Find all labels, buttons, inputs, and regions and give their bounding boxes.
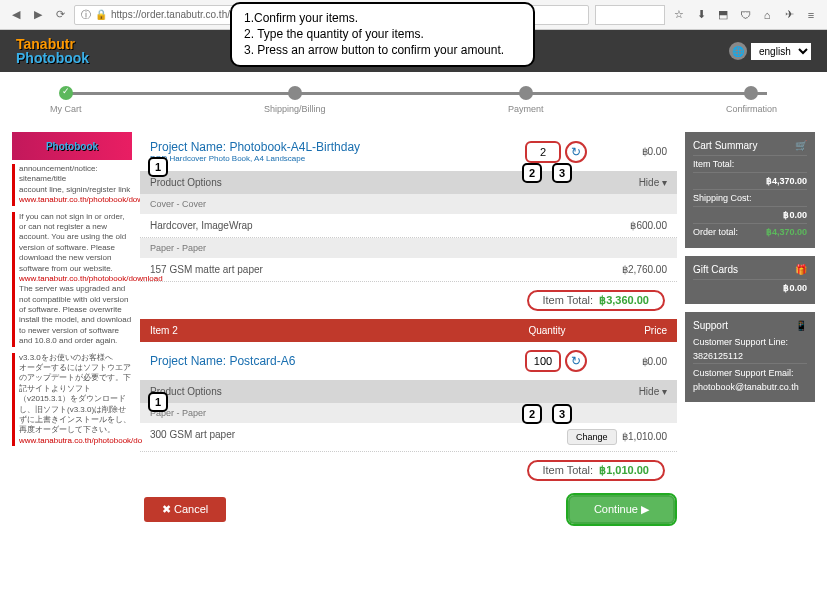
item-row-2: Project Name: Postcard-A6 ↻ ฿0.00	[140, 342, 677, 380]
step-cart-label: My Cart	[50, 104, 82, 114]
option-header: Cover - Cover	[140, 194, 677, 214]
item-header-2: Item 2 Quantity Price	[140, 319, 677, 342]
search-box[interactable]	[595, 5, 665, 25]
annotation-bubble-3: 3	[552, 163, 572, 183]
cart-summary-card: Cart Summary🛒 Item Total: ฿4,370.00 Ship…	[685, 132, 815, 248]
option-row: 300 GSM art paper Change ฿1,010.00	[140, 423, 677, 452]
annotation-bubble-2b: 2	[522, 404, 542, 424]
option-row: 157 GSM matte art paper฿2,760.00	[140, 258, 677, 282]
news-banner: Photobook	[12, 132, 132, 160]
language-dropdown[interactable]: english	[751, 43, 811, 60]
summary-sidebar: Cart Summary🛒 Item Total: ฿4,370.00 Ship…	[685, 132, 815, 522]
project-name: Postcard-A6	[229, 354, 295, 368]
refresh-qty-button-1[interactable]: ↻	[565, 141, 587, 163]
hide-toggle: Hide ▾	[639, 177, 667, 188]
quantity-input-1[interactable]	[525, 141, 561, 163]
hide-toggle: Hide ▾	[639, 386, 667, 397]
step-payment-dot	[519, 86, 533, 100]
news-item: announcement/notice: sitename/title acco…	[12, 164, 132, 206]
site-logo[interactable]: Tanabutr Photobook	[16, 37, 89, 65]
checkout-progress: My Cart Shipping/Billing Payment Confirm…	[30, 72, 797, 132]
news-item: v3.3.0をお使いのお客様へ オーダーするにはソフトウエアのアップデートが必要…	[12, 353, 132, 447]
instruction-callout: 1.Confirm your items. 2. Type the quanti…	[230, 2, 535, 67]
project-desc: POD Hardcover Photo Book, A4 Landscape	[150, 154, 525, 163]
support-card: Support📱 Customer Support Line: 38261251…	[685, 312, 815, 402]
back-button[interactable]: ◀	[8, 7, 24, 23]
gift-card-card: Gift Cards🎁 ฿0.00	[685, 256, 815, 304]
info-icon: ⓘ	[81, 8, 91, 22]
gift-icon: 🎁	[795, 264, 807, 275]
item-row-1: Project Name: Photobook-A4L-Birthday POD…	[140, 132, 677, 171]
menu-icon[interactable]: ≡	[803, 7, 819, 23]
item-total-2: Item Total: ฿1,010.00	[140, 452, 677, 489]
project-name: Photobook-A4L-Birthday	[229, 140, 360, 154]
star-icon[interactable]: ☆	[671, 7, 687, 23]
step-cart-dot	[59, 86, 73, 100]
action-buttons: ✖ Cancel Continue ▶	[140, 497, 677, 522]
continue-button[interactable]: Continue ▶	[570, 497, 673, 522]
item-price: ฿0.00	[587, 146, 667, 157]
quantity-input-2[interactable]	[525, 350, 561, 372]
step-shipping-dot	[288, 86, 302, 100]
phone-icon: 📱	[795, 320, 807, 331]
option-row: Hardcover, ImageWrap฿600.00	[140, 214, 677, 238]
annotation-bubble-1: 1	[148, 157, 168, 177]
item-price: ฿0.00	[587, 356, 667, 367]
change-option-button[interactable]: Change	[567, 429, 617, 445]
pocket-icon[interactable]: ⬒	[715, 7, 731, 23]
globe-icon: 🌐	[729, 42, 747, 60]
shield-icon[interactable]: 🛡	[737, 7, 753, 23]
option-header: Paper - Paper	[140, 403, 677, 423]
step-payment-label: Payment	[508, 104, 544, 114]
product-options-toggle[interactable]: Product Options Hide ▾	[140, 171, 677, 194]
cart-main: Project Name: Photobook-A4L-Birthday POD…	[140, 132, 677, 522]
forward-button[interactable]: ▶	[30, 7, 46, 23]
refresh-qty-button-2[interactable]: ↻	[565, 350, 587, 372]
annotation-bubble-1b: 1	[148, 392, 168, 412]
step-confirm-dot	[744, 86, 758, 100]
option-header: Paper - Paper	[140, 238, 677, 258]
news-item: If you can not sign in or order, or can …	[12, 212, 132, 347]
step-confirm-label: Confirmation	[726, 104, 777, 114]
lock-icon: 🔒	[95, 9, 107, 20]
product-options-toggle[interactable]: Product Options Hide ▾	[140, 380, 677, 403]
reload-button[interactable]: ⟳	[52, 7, 68, 23]
annotation-bubble-3b: 3	[552, 404, 572, 424]
home-icon[interactable]: ⌂	[759, 7, 775, 23]
download-icon[interactable]: ⬇	[693, 7, 709, 23]
cancel-button[interactable]: ✖ Cancel	[144, 497, 226, 522]
cart-icon: 🛒	[795, 140, 807, 151]
language-selector[interactable]: 🌐 english	[729, 42, 811, 60]
step-shipping-label: Shipping/Billing	[264, 104, 326, 114]
send-icon[interactable]: ✈	[781, 7, 797, 23]
news-sidebar: Photobook announcement/notice: sitename/…	[12, 132, 132, 522]
item-total-1: Item Total: ฿3,360.00	[140, 282, 677, 319]
annotation-bubble-2: 2	[522, 163, 542, 183]
